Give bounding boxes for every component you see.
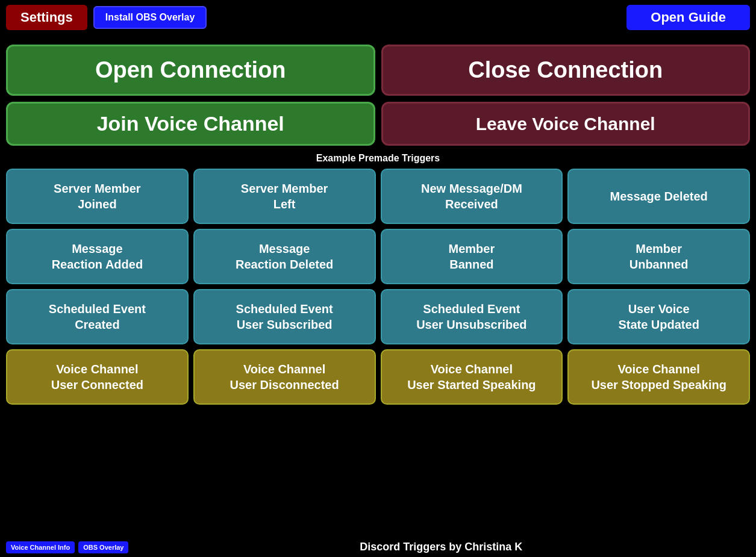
open-guide-button[interactable]: Open Guide	[626, 5, 750, 30]
trigger-btn-member-unbanned[interactable]: MemberUnbanned	[567, 229, 750, 284]
trigger-btn-message-reaction-deleted[interactable]: MessageReaction Deleted	[193, 229, 376, 284]
voice-channel-info-button[interactable]: Voice Channel Info	[6, 541, 75, 553]
install-obs-button[interactable]: Install OBS Overlay	[93, 6, 207, 29]
trigger-btn-scheduled-event-user-subscribed[interactable]: Scheduled EventUser Subscribed	[193, 289, 376, 344]
trigger-btn-scheduled-event-user-unsubscribed[interactable]: Scheduled EventUser Unsubscribed	[381, 289, 563, 344]
trigger-btn-message-deleted[interactable]: Message Deleted	[567, 169, 750, 224]
triggers-label: Example Premade Triggers	[0, 148, 756, 166]
connection-section: Open Connection Close Connection Join Vo…	[0, 35, 756, 148]
open-connection-button[interactable]: Open Connection	[6, 45, 375, 96]
leave-voice-button[interactable]: Leave Voice Channel	[381, 102, 751, 146]
trigger-btn-voice-channel-user-disconnected[interactable]: Voice ChannelUser Disconnected	[193, 349, 376, 405]
obs-overlay-button[interactable]: OBS Overlay	[78, 541, 128, 553]
trigger-btn-server-member-joined[interactable]: Server MemberJoined	[6, 169, 189, 224]
toolbar: Settings Install OBS Overlay Open Guide	[0, 0, 756, 35]
trigger-btn-new-message-dm[interactable]: New Message/DMReceived	[381, 169, 563, 224]
close-connection-button[interactable]: Close Connection	[381, 45, 751, 96]
triggers-grid: Server MemberJoinedServer MemberLeftNew …	[0, 166, 756, 409]
credit-label: Discord Triggers by Christina K	[338, 541, 544, 553]
trigger-btn-scheduled-event-created[interactable]: Scheduled EventCreated	[6, 289, 189, 344]
trigger-btn-voice-channel-user-connected[interactable]: Voice ChannelUser Connected	[6, 349, 189, 405]
footer: Voice Channel Info OBS Overlay Discord T…	[0, 537, 756, 557]
settings-button[interactable]: Settings	[6, 5, 87, 30]
trigger-btn-member-banned[interactable]: MemberBanned	[381, 229, 563, 284]
trigger-btn-user-voice-state-updated[interactable]: User VoiceState Updated	[567, 289, 750, 344]
join-voice-button[interactable]: Join Voice Channel	[6, 102, 375, 146]
trigger-btn-message-reaction-added[interactable]: MessageReaction Added	[6, 229, 189, 284]
trigger-btn-voice-channel-user-started-speaking[interactable]: Voice ChannelUser Started Speaking	[381, 349, 563, 405]
trigger-btn-voice-channel-user-stopped-speaking[interactable]: Voice ChannelUser Stopped Speaking	[567, 349, 750, 405]
trigger-btn-server-member-left[interactable]: Server MemberLeft	[193, 169, 376, 224]
